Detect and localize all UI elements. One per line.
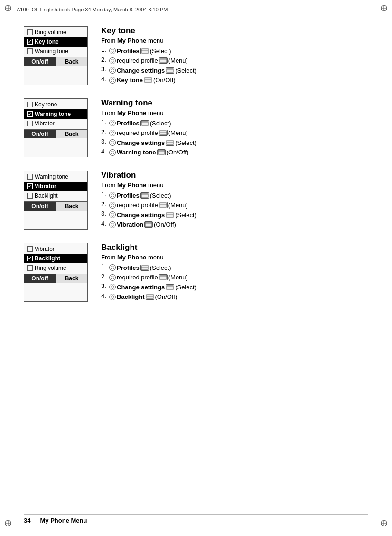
step-action-text: (On/Off) <box>154 221 176 228</box>
section-title-warning-tone: Warning tone <box>101 98 368 108</box>
step-action-text: (Select) <box>150 192 171 199</box>
svg-rect-34 <box>145 222 152 227</box>
soft-key-icon <box>166 67 174 74</box>
nav-icon: ◯ <box>109 48 116 54</box>
step-3-0: 1.◯Profiles(Select) <box>101 263 368 271</box>
step-number: 3. <box>101 282 109 289</box>
soft-key-icon <box>144 77 152 83</box>
steps-list-key-tone: 1.◯Profiles(Select)2.◯required profile(M… <box>101 46 368 84</box>
from-line-warning-tone: From My Phone menu <box>101 109 368 116</box>
soft-key-icon <box>166 212 174 218</box>
step-content: ◯required profile(Menu) <box>109 129 188 136</box>
check-box-icon <box>27 102 33 107</box>
screen-item-label: Warning tone <box>35 111 71 117</box>
section-key-tone: Ring volumeKey toneWarning toneOn/offBac… <box>24 26 368 85</box>
step-number: 2. <box>101 56 109 63</box>
nav-icon: ◯ <box>109 57 116 64</box>
screen-button-0[interactable]: On/off <box>24 274 56 283</box>
step-number: 3. <box>101 210 109 217</box>
section-title-key-tone: Key tone <box>101 26 368 36</box>
svg-rect-28 <box>141 193 148 198</box>
step-action-text: (Select) <box>150 48 171 55</box>
screen-item-2-1: Vibrator <box>24 182 87 191</box>
soft-key-icon <box>159 57 168 64</box>
screen-item-label: Vibrator <box>35 183 56 190</box>
screen-item-label: Key tone <box>35 38 59 45</box>
soft-key-icon <box>146 294 154 300</box>
step-bold-text: Profiles <box>117 192 140 199</box>
check-box-icon <box>27 265 33 271</box>
screen-item-0-0: Ring volume <box>24 28 87 37</box>
step-number: 3. <box>101 66 109 73</box>
screen-button-1[interactable]: Back <box>56 57 87 66</box>
screen-button-0[interactable]: On/off <box>24 130 56 138</box>
step-bold-text: Profiles <box>117 48 140 55</box>
nav-icon: ◯ <box>109 274 116 281</box>
section-title-vibration: Vibration <box>101 171 368 180</box>
main-content: Ring volumeKey toneWarning toneOn/offBac… <box>24 26 368 315</box>
soft-key-icon <box>140 48 149 54</box>
step-bold-text: Backlight <box>117 293 145 300</box>
nav-icon: ◯ <box>109 130 116 136</box>
step-content: ◯Profiles(Select) <box>109 48 171 55</box>
check-box-icon <box>27 39 33 45</box>
steps-list-backlight: 1.◯Profiles(Select)2.◯required profile(M… <box>101 263 368 300</box>
step-bold-text: Change settings <box>117 284 165 291</box>
from-line-backlight: From My Phone menu <box>101 254 368 261</box>
check-box-icon <box>27 48 33 54</box>
section-warning-tone: Key toneWarning toneVibratorOn/offBackWa… <box>24 98 368 157</box>
step-plain-text: required profile <box>117 201 158 209</box>
step-bold-text: Warning tone <box>117 149 156 156</box>
svg-rect-20 <box>141 121 148 125</box>
check-box-icon <box>27 246 33 252</box>
step-0-1: 2.◯required profile(Menu) <box>101 56 368 65</box>
step-2-1: 2.◯required profile(Menu) <box>101 201 368 209</box>
nav-icon: ◯ <box>109 139 116 146</box>
step-0-0: 1.◯Profiles(Select) <box>101 46 368 55</box>
svg-rect-12 <box>141 49 148 53</box>
screen-item-label: Ring volume <box>35 29 66 36</box>
step-action-text: (On/Off) <box>153 77 176 84</box>
svg-rect-24 <box>167 141 173 145</box>
step-bold-text: Key tone <box>117 77 143 84</box>
screen-button-0[interactable]: On/off <box>24 202 56 211</box>
step-content: ◯Profiles(Select) <box>109 264 171 271</box>
step-bold-text: Change settings <box>117 139 165 146</box>
step-content: ◯Key tone(On/Off) <box>109 77 176 84</box>
step-content: ◯required profile(Menu) <box>109 57 188 64</box>
footer: 34 My Phone Menu <box>24 514 368 524</box>
step-action-text: (Select) <box>150 264 171 271</box>
reg-mark-tr <box>380 4 388 12</box>
soft-key-icon <box>140 192 149 199</box>
step-plain-text: required profile <box>117 57 158 64</box>
nav-icon: ◯ <box>109 294 116 300</box>
steps-list-warning-tone: 1.◯Profiles(Select)2.◯required profile(M… <box>101 118 368 156</box>
step-bold-text: Profiles <box>117 264 140 271</box>
phone-screen-key-tone: Ring volumeKey toneWarning toneOn/offBac… <box>24 26 88 85</box>
step-2-2: 3.◯Change settings(Select) <box>101 210 368 219</box>
step-plain-text: required profile <box>117 274 158 281</box>
step-3-1: 2.◯required profile(Menu) <box>101 273 368 281</box>
screen-button-0[interactable]: On/off <box>24 57 56 66</box>
screen-item-0-2: Warning tone <box>24 47 87 56</box>
instructions-key-tone: Key toneFrom My Phone menu1.◯Profiles(Se… <box>101 26 368 85</box>
check-box-icon <box>27 111 33 117</box>
soft-key-icon <box>159 202 168 208</box>
screen-item-0-1: Key tone <box>24 37 87 47</box>
step-action-text: (Select) <box>150 120 171 127</box>
screen-button-1[interactable]: Back <box>56 130 87 138</box>
step-number: 1. <box>101 191 109 198</box>
check-box-icon <box>27 174 33 180</box>
svg-rect-14 <box>160 58 167 63</box>
screen-button-1[interactable]: Back <box>56 274 87 283</box>
header-text: A100_OI_English.book Page 34 Monday, Mar… <box>17 7 168 12</box>
step-action-text: (Menu) <box>168 201 188 209</box>
screen-item-label: Backlight <box>35 255 60 262</box>
phone-screen-backlight: VibratorBacklightRing volumeOn/offBack <box>24 243 88 302</box>
svg-rect-42 <box>147 295 153 299</box>
step-3-2: 3.◯Change settings(Select) <box>101 282 368 291</box>
step-number: 4. <box>101 220 109 227</box>
svg-rect-40 <box>167 285 173 289</box>
step-action-text: (Menu) <box>168 274 188 281</box>
screen-button-1[interactable]: Back <box>56 202 87 211</box>
